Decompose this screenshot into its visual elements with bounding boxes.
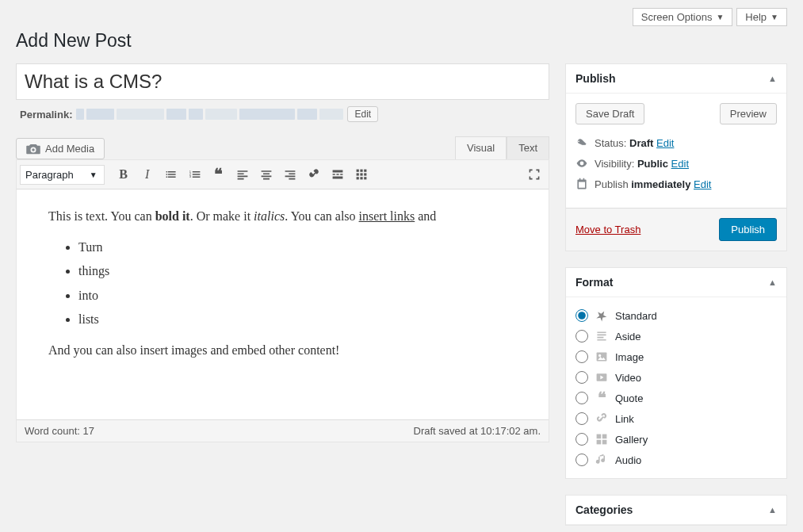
editor-content[interactable]: This is text. You can bold it. Or make i… bbox=[17, 189, 549, 419]
svg-rect-12 bbox=[364, 177, 366, 179]
svg-rect-18 bbox=[597, 440, 602, 445]
toolbar-toggle-button[interactable] bbox=[350, 163, 373, 186]
format-label: Aside bbox=[615, 331, 641, 343]
chevron-down-icon: ▼ bbox=[770, 13, 778, 21]
permalink-url bbox=[76, 109, 343, 120]
status-edit-link[interactable]: Edit bbox=[656, 137, 674, 149]
svg-rect-19 bbox=[602, 440, 607, 445]
format-label: Standard bbox=[615, 310, 657, 322]
format-item-standard[interactable]: Standard bbox=[575, 305, 777, 326]
list-item: into bbox=[78, 285, 517, 306]
format-item-quote[interactable]: ❝ Quote bbox=[575, 388, 777, 408]
format-radio[interactable] bbox=[575, 330, 588, 343]
aside-icon bbox=[595, 329, 609, 343]
format-radio[interactable] bbox=[575, 371, 588, 384]
quote-icon: ❝ bbox=[595, 391, 609, 405]
paragraph-select-label: Paragraph bbox=[25, 169, 74, 181]
categories-box: Categories ▲ bbox=[565, 495, 787, 526]
audio-icon bbox=[595, 453, 609, 467]
quote-button[interactable]: ❝ bbox=[208, 163, 230, 186]
chevron-down-icon: ▼ bbox=[90, 170, 98, 179]
format-radio[interactable] bbox=[575, 454, 588, 466]
editor-toolbar: Paragraph ▼ B I 123 ❝ bbox=[17, 160, 549, 189]
bold-button[interactable]: B bbox=[113, 163, 135, 186]
svg-rect-9 bbox=[364, 173, 366, 175]
publish-title: Publish bbox=[575, 72, 616, 85]
format-box: Format ▲ Standard Aside Image Video ❝ Qu… bbox=[565, 267, 787, 479]
chevron-down-icon: ▼ bbox=[716, 13, 724, 21]
add-media-button[interactable]: Add Media bbox=[16, 138, 105, 159]
italic-button[interactable]: I bbox=[136, 163, 159, 186]
publish-button[interactable]: Publish bbox=[719, 218, 777, 241]
move-to-trash-link[interactable]: Move to Trash bbox=[575, 224, 640, 235]
format-item-aside[interactable]: Aside bbox=[575, 326, 777, 346]
video-icon bbox=[595, 370, 609, 385]
format-radio[interactable] bbox=[575, 392, 588, 404]
schedule-edit-link[interactable]: Edit bbox=[694, 178, 711, 190]
numbered-list-button[interactable]: 123 bbox=[184, 163, 206, 186]
publish-box: Publish ▲ Save Draft Preview Status: Dra… bbox=[565, 63, 787, 251]
svg-rect-5 bbox=[360, 170, 362, 172]
align-right-button[interactable] bbox=[279, 163, 301, 186]
format-item-gallery[interactable]: Gallery bbox=[575, 429, 777, 450]
tab-visual[interactable]: Visual bbox=[455, 136, 507, 159]
align-left-button[interactable] bbox=[231, 163, 254, 186]
image-icon bbox=[595, 350, 609, 364]
format-item-audio[interactable]: Audio bbox=[575, 450, 777, 470]
save-draft-button[interactable]: Save Draft bbox=[575, 103, 644, 124]
format-label: Audio bbox=[615, 454, 641, 466]
format-radio[interactable] bbox=[575, 433, 588, 446]
collapse-toggle[interactable]: ▲ bbox=[768, 74, 777, 83]
svg-rect-4 bbox=[356, 170, 358, 172]
key-icon bbox=[575, 136, 588, 149]
svg-point-0 bbox=[32, 148, 35, 151]
list-item: lists bbox=[78, 308, 517, 330]
link-icon bbox=[595, 411, 609, 426]
format-item-link[interactable]: Link bbox=[575, 408, 777, 429]
screen-options-button[interactable]: Screen Options ▼ bbox=[633, 8, 733, 26]
format-title: Format bbox=[575, 276, 613, 289]
format-radio[interactable] bbox=[575, 309, 588, 322]
post-title-input[interactable] bbox=[16, 63, 549, 100]
svg-point-14 bbox=[598, 354, 601, 357]
camera-icon bbox=[26, 144, 40, 155]
svg-rect-11 bbox=[360, 177, 362, 179]
preview-button[interactable]: Preview bbox=[720, 103, 777, 124]
format-item-image[interactable]: Image bbox=[575, 346, 777, 367]
tab-text[interactable]: Text bbox=[507, 136, 549, 159]
collapse-toggle[interactable]: ▲ bbox=[768, 277, 777, 287]
svg-rect-16 bbox=[597, 434, 602, 439]
permalink-row: Permalink: Edit bbox=[16, 100, 549, 128]
editor-box: Paragraph ▼ B I 123 ❝ bbox=[16, 159, 549, 442]
collapse-toggle[interactable]: ▲ bbox=[768, 505, 777, 515]
editor-footer: Word count: 17 Draft saved at 10:17:02 a… bbox=[17, 419, 549, 442]
bullet-list-button[interactable] bbox=[160, 163, 182, 186]
help-button[interactable]: Help ▼ bbox=[736, 8, 787, 26]
list-item: Turn bbox=[78, 236, 517, 258]
list-item: things bbox=[78, 260, 517, 281]
fullscreen-button[interactable] bbox=[523, 163, 545, 186]
paragraph-select[interactable]: Paragraph ▼ bbox=[20, 165, 105, 185]
screen-options-label: Screen Options bbox=[641, 11, 713, 23]
page-title: Add New Post bbox=[16, 30, 787, 52]
standard-icon bbox=[595, 308, 609, 323]
format-label: Quote bbox=[615, 392, 643, 404]
svg-rect-6 bbox=[364, 170, 366, 172]
format-radio[interactable] bbox=[575, 350, 588, 363]
align-center-button[interactable] bbox=[255, 163, 277, 186]
link-button[interactable] bbox=[303, 163, 325, 186]
format-radio[interactable] bbox=[575, 412, 588, 425]
permalink-edit-button[interactable]: Edit bbox=[347, 106, 378, 122]
categories-title: Categories bbox=[575, 503, 633, 516]
svg-rect-17 bbox=[602, 434, 607, 439]
format-label: Image bbox=[615, 351, 644, 363]
visibility-edit-link[interactable]: Edit bbox=[671, 158, 689, 170]
format-item-video[interactable]: Video bbox=[575, 367, 777, 388]
read-more-button[interactable] bbox=[327, 163, 349, 186]
format-label: Gallery bbox=[615, 434, 648, 446]
svg-rect-10 bbox=[356, 177, 358, 179]
visibility-icon bbox=[575, 157, 588, 170]
format-label: Video bbox=[615, 372, 641, 384]
svg-rect-7 bbox=[356, 173, 358, 175]
draft-saved-status: Draft saved at 10:17:02 am. bbox=[414, 425, 541, 437]
